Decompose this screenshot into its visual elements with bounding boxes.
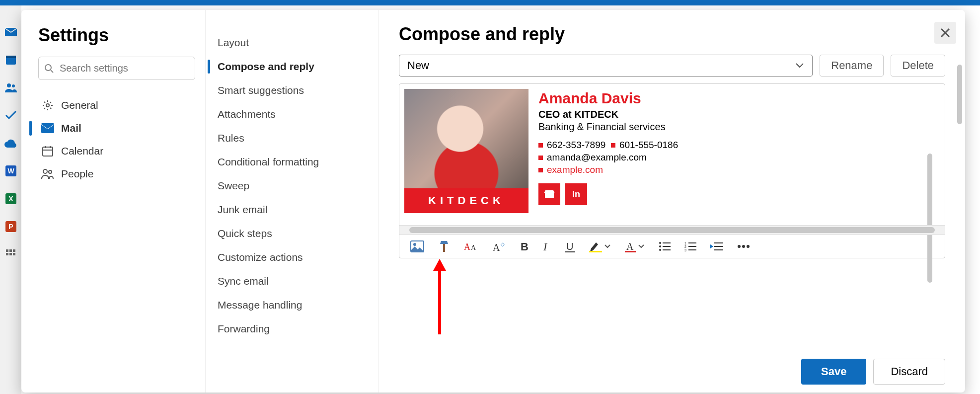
discard-button[interactable]: Discard xyxy=(873,359,945,385)
calendar-app-icon[interactable] xyxy=(4,53,17,66)
svg-point-56 xyxy=(738,245,741,248)
category-mail[interactable]: Mail xyxy=(38,117,195,140)
svg-point-58 xyxy=(747,245,750,248)
signature-photo xyxy=(404,89,528,188)
editor-horizontal-scrollbar[interactable] xyxy=(399,225,945,235)
social-linkedin-icon[interactable]: in xyxy=(565,183,587,205)
search-icon xyxy=(45,64,54,73)
editor-toolbar: AA A◇ B I U A 123 xyxy=(399,235,945,258)
svg-line-17 xyxy=(51,70,53,73)
tasks-app-icon[interactable] xyxy=(4,109,17,122)
onedrive-app-icon[interactable] xyxy=(4,137,17,150)
signature-email-line: amanda@example.com xyxy=(538,152,940,163)
svg-text:B: B xyxy=(521,241,528,252)
format-painter-button[interactable] xyxy=(438,240,450,253)
word-app-icon[interactable]: W xyxy=(4,164,17,177)
outdent-button[interactable] xyxy=(710,241,723,251)
sub-quick-steps[interactable]: Quick steps xyxy=(208,222,377,245)
svg-text:X: X xyxy=(8,195,13,203)
sub-conditional-formatting[interactable]: Conditional formatting xyxy=(208,150,377,174)
svg-rect-14 xyxy=(9,253,12,255)
sub-junk-email[interactable]: Junk email xyxy=(208,198,377,222)
svg-text:A: A xyxy=(493,242,500,252)
svg-point-18 xyxy=(46,104,49,107)
excel-app-icon[interactable]: X xyxy=(4,192,17,205)
sub-sync-email[interactable]: Sync email xyxy=(208,269,377,293)
font-color-button[interactable]: A xyxy=(625,240,645,252)
powerpoint-app-icon[interactable]: P xyxy=(4,220,17,233)
signature-name: Amanda Davis xyxy=(538,90,940,107)
annotation-arrow xyxy=(438,270,441,334)
signature-content[interactable]: KITDECK Amanda Davis CEO at KITDECK Bank… xyxy=(399,84,945,225)
svg-text:A: A xyxy=(464,242,470,252)
svg-text:P: P xyxy=(8,223,13,231)
sub-rules[interactable]: Rules xyxy=(208,126,377,150)
sub-sweep[interactable]: Sweep xyxy=(208,174,377,198)
signature-select-value: New xyxy=(407,59,429,72)
content-title: Compose and reply xyxy=(399,24,945,45)
svg-point-16 xyxy=(45,65,51,71)
svg-text:U: U xyxy=(566,241,573,252)
font-family-button[interactable]: AA xyxy=(464,241,479,252)
settings-modal: Settings General Mail Calendar People La… xyxy=(21,10,965,393)
sub-forwarding[interactable]: Forwarding xyxy=(208,317,377,341)
highlight-button[interactable] xyxy=(589,240,611,252)
svg-text:◇: ◇ xyxy=(501,241,505,247)
signature-info: Amanda Davis CEO at KITDECK Banking & Fi… xyxy=(538,89,940,213)
sub-message-handling[interactable]: Message handling xyxy=(208,293,377,317)
svg-point-28 xyxy=(413,243,416,246)
font-size-button[interactable]: A◇ xyxy=(493,241,506,252)
signature-job-title: CEO at KITDECK xyxy=(538,109,940,120)
svg-point-24 xyxy=(49,170,52,173)
category-calendar[interactable]: Calendar xyxy=(38,140,195,162)
signature-industry: Banking & Financial services xyxy=(538,121,940,133)
chevron-down-icon xyxy=(795,63,804,69)
sub-compose-reply[interactable]: Compose and reply xyxy=(208,55,377,79)
insert-image-button[interactable] xyxy=(410,240,424,252)
category-general[interactable]: General xyxy=(38,94,195,117)
editor-scrollbar[interactable] xyxy=(927,154,932,283)
settings-content: Compose and reply New Rename Delete KITD… xyxy=(379,10,965,393)
signature-select[interactable]: New xyxy=(399,55,813,77)
svg-rect-40 xyxy=(625,251,636,252)
svg-point-43 xyxy=(659,249,661,251)
svg-text:A: A xyxy=(471,244,476,251)
content-scrollbar[interactable] xyxy=(957,65,962,124)
social-gmb-icon[interactable] xyxy=(538,183,560,205)
mail-icon xyxy=(41,122,54,135)
sub-attachments[interactable]: Attachments xyxy=(208,102,377,126)
svg-point-57 xyxy=(742,245,745,248)
svg-point-23 xyxy=(43,169,47,173)
category-people[interactable]: People xyxy=(38,162,195,185)
settings-search[interactable] xyxy=(38,57,195,80)
italic-button[interactable]: I xyxy=(543,241,551,252)
more-apps-icon[interactable] xyxy=(4,248,17,261)
search-input[interactable] xyxy=(59,62,189,75)
signature-phone-line: 662-353-7899 601-555-0186 xyxy=(538,140,940,151)
sub-layout[interactable]: Layout xyxy=(208,31,377,55)
people-app-icon[interactable] xyxy=(4,81,17,94)
rename-button[interactable]: Rename xyxy=(820,55,884,77)
bullet-list-button[interactable] xyxy=(659,241,671,251)
svg-text:1: 1 xyxy=(684,241,686,245)
more-options-button[interactable] xyxy=(737,244,750,248)
svg-point-42 xyxy=(659,245,661,247)
sub-customize-actions[interactable]: Customize actions xyxy=(208,245,377,269)
svg-text:W: W xyxy=(7,167,14,175)
svg-rect-38 xyxy=(589,251,602,252)
settings-title: Settings xyxy=(38,25,195,46)
category-label: Mail xyxy=(61,122,81,134)
underline-button[interactable]: U xyxy=(565,240,575,252)
svg-rect-1 xyxy=(6,56,16,58)
delete-button[interactable]: Delete xyxy=(891,55,945,77)
number-list-button[interactable]: 123 xyxy=(684,241,696,251)
calendar-icon xyxy=(41,145,54,158)
bold-button[interactable]: B xyxy=(520,241,529,252)
close-button[interactable] xyxy=(934,22,956,44)
svg-text:I: I xyxy=(543,241,548,252)
save-button[interactable]: Save xyxy=(801,359,866,385)
svg-rect-19 xyxy=(43,147,53,156)
mail-app-icon[interactable] xyxy=(4,25,17,38)
sub-smart-suggestions[interactable]: Smart suggestions xyxy=(208,79,377,102)
signature-editor[interactable]: KITDECK Amanda Davis CEO at KITDECK Bank… xyxy=(399,83,945,258)
